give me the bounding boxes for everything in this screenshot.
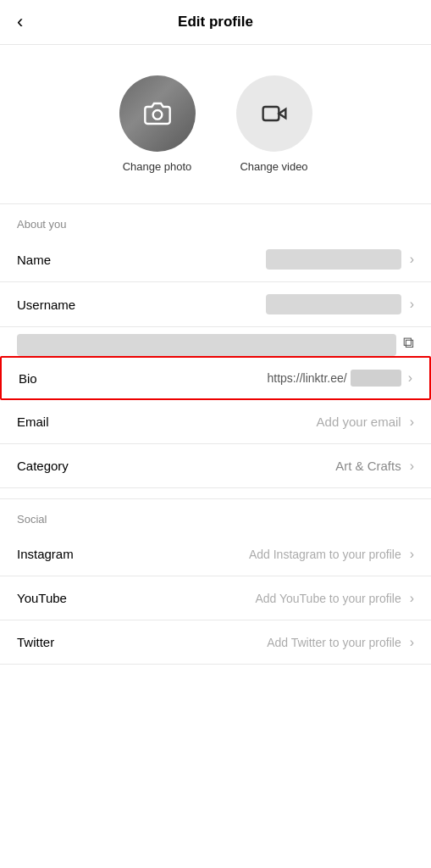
category-label: Category xyxy=(17,459,85,473)
change-photo-label: Change photo xyxy=(123,160,192,173)
video-avatar-circle xyxy=(236,75,312,152)
svg-rect-1 xyxy=(262,107,279,120)
name-input-block xyxy=(266,249,401,270)
youtube-row[interactable]: YouTube Add YouTube to your profile › xyxy=(0,576,431,620)
youtube-placeholder-text: Add YouTube to your profile xyxy=(255,592,401,605)
email-chevron-icon: › xyxy=(410,415,414,430)
bio-row[interactable]: Bio https://linktr.ee/ › xyxy=(0,356,431,400)
name-row[interactable]: Name › xyxy=(0,237,431,282)
copy-icon[interactable]: ⧉ xyxy=(403,334,414,356)
pre-bio-input-block xyxy=(17,334,396,356)
instagram-placeholder-text: Add Instagram to your profile xyxy=(249,548,401,561)
avatar-section: Change photo Change video xyxy=(0,45,431,203)
video-icon xyxy=(261,100,288,127)
instagram-label: Instagram xyxy=(17,547,85,561)
email-value-container: Add your email › xyxy=(85,415,414,430)
header: ‹ Edit profile xyxy=(0,0,431,45)
youtube-chevron-icon: › xyxy=(410,591,414,606)
bio-url-text: https://linktr.ee/ xyxy=(268,371,347,385)
page-title: Edit profile xyxy=(178,14,253,31)
username-value-container: › xyxy=(85,294,414,314)
category-row[interactable]: Category Art & Crafts › xyxy=(0,444,431,488)
twitter-chevron-icon: › xyxy=(410,635,414,650)
username-chevron-icon: › xyxy=(410,297,414,312)
name-label: Name xyxy=(17,253,85,267)
bio-label: Bio xyxy=(19,371,86,386)
username-input-block xyxy=(266,294,401,314)
bio-value-container: https://linktr.ee/ › xyxy=(86,370,412,387)
username-label: Username xyxy=(17,298,85,312)
instagram-row[interactable]: Instagram Add Instagram to your profile … xyxy=(0,532,431,576)
bio-chevron-icon: › xyxy=(408,370,412,386)
bio-hidden-block xyxy=(351,370,401,387)
camera-icon xyxy=(144,100,171,127)
youtube-label: YouTube xyxy=(17,591,85,605)
change-video-button[interactable]: Change video xyxy=(236,75,312,173)
twitter-placeholder-text: Add Twitter to your profile xyxy=(267,636,401,649)
svg-marker-2 xyxy=(279,109,285,119)
username-row[interactable]: Username › xyxy=(0,282,431,327)
copy-icon-row: ⧉ xyxy=(0,327,431,356)
youtube-value-container: Add YouTube to your profile › xyxy=(85,591,414,606)
instagram-value-container: Add Instagram to your profile › xyxy=(85,547,414,562)
email-placeholder-text: Add your email xyxy=(317,415,401,429)
twitter-value-container: Add Twitter to your profile › xyxy=(85,635,414,650)
category-value-text: Art & Crafts xyxy=(335,459,401,473)
category-chevron-icon: › xyxy=(410,459,414,474)
back-button[interactable]: ‹ xyxy=(17,11,23,33)
category-value-container: Art & Crafts › xyxy=(85,459,414,474)
about-section-label: About you xyxy=(0,204,431,237)
svg-point-0 xyxy=(152,110,162,120)
email-label: Email xyxy=(17,415,85,429)
twitter-label: Twitter xyxy=(17,635,85,649)
social-section-label: Social xyxy=(0,499,431,532)
email-row[interactable]: Email Add your email › xyxy=(0,400,431,444)
instagram-chevron-icon: › xyxy=(410,547,414,562)
name-chevron-icon: › xyxy=(410,252,414,267)
photo-avatar-circle xyxy=(119,75,196,152)
change-video-label: Change video xyxy=(240,160,307,173)
name-value-container: › xyxy=(85,249,414,270)
twitter-row[interactable]: Twitter Add Twitter to your profile › xyxy=(0,620,431,665)
change-photo-button[interactable]: Change photo xyxy=(119,75,196,173)
